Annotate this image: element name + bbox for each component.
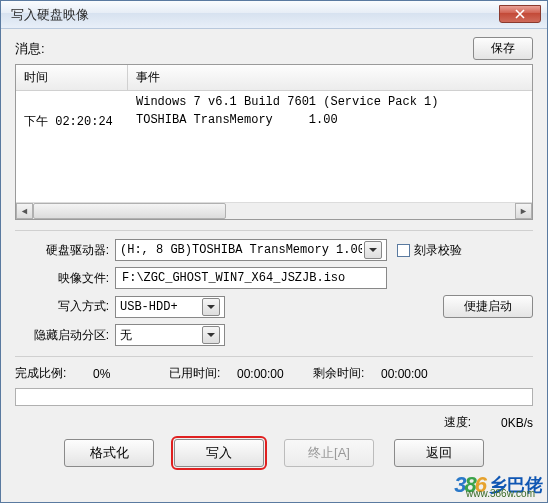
log-time: [16, 93, 128, 111]
speed-row: 速度: 0KB/s: [15, 414, 533, 431]
remain-label: 剩余时间:: [313, 365, 381, 382]
log-panel: 时间 事件 Windows 7 v6.1 Build 7601 (Service…: [15, 64, 533, 220]
write-button[interactable]: 写入: [174, 439, 264, 467]
message-label: 消息:: [15, 40, 473, 58]
log-row[interactable]: 下午 02:20:24 TOSHIBA TransMemory 1.00: [16, 111, 532, 132]
burn-verify-label: 刻录校验: [414, 242, 462, 259]
dialog-window: 写入硬盘映像 消息: 保存 时间 事件 Windows 7 v6.1 Build…: [0, 0, 548, 503]
drive-row: 硬盘驱动器: (H:, 8 GB)TOSHIBA TransMemory 1.0…: [15, 239, 533, 261]
done-value: 0%: [93, 367, 169, 381]
log-row[interactable]: Windows 7 v6.1 Build 7601 (Service Pack …: [16, 93, 532, 111]
hide-boot-row: 隐藏启动分区: 无: [15, 324, 533, 346]
burn-verify-checkbox[interactable]: 刻录校验: [397, 242, 462, 259]
chevron-down-icon[interactable]: [364, 241, 382, 259]
divider: [15, 230, 533, 231]
bottom-button-row: 格式化 写入 终止[A] 返回: [15, 439, 533, 467]
image-label: 映像文件:: [15, 270, 115, 287]
drive-label: 硬盘驱动器:: [15, 242, 115, 259]
log-header: 时间 事件: [16, 65, 532, 91]
write-mode-row: 写入方式: USB-HDD+ 便捷启动: [15, 295, 533, 318]
chevron-down-icon[interactable]: [202, 326, 220, 344]
back-button[interactable]: 返回: [394, 439, 484, 467]
window-title: 写入硬盘映像: [11, 6, 499, 24]
log-body: Windows 7 v6.1 Build 7601 (Service Pack …: [16, 91, 532, 202]
scroll-right-button[interactable]: ►: [515, 203, 532, 219]
write-mode-select[interactable]: USB-HDD+: [115, 296, 225, 318]
speed-value: 0KB/s: [501, 416, 533, 430]
scroll-thumb[interactable]: [33, 203, 226, 219]
elapsed-label: 已用时间:: [169, 365, 237, 382]
horizontal-scrollbar[interactable]: ◄ ►: [16, 202, 532, 219]
write-mode-value: USB-HDD+: [120, 300, 200, 314]
progress-info-row: 完成比例: 0% 已用时间: 00:00:00 剩余时间: 00:00:00: [15, 365, 533, 382]
write-mode-label: 写入方式:: [15, 298, 115, 315]
hide-boot-select[interactable]: 无: [115, 324, 225, 346]
content-area: 消息: 保存 时间 事件 Windows 7 v6.1 Build 7601 (…: [1, 29, 547, 477]
done-label: 完成比例:: [15, 365, 93, 382]
elapsed-value: 00:00:00: [237, 367, 313, 381]
divider: [15, 356, 533, 357]
hide-boot-value: 无: [120, 327, 200, 344]
message-row: 消息: 保存: [15, 37, 533, 60]
log-event: TOSHIBA TransMemory 1.00: [128, 111, 532, 132]
col-header-time[interactable]: 时间: [16, 65, 128, 90]
log-event: Windows 7 v6.1 Build 7601 (Service Pack …: [128, 93, 532, 111]
abort-button[interactable]: 终止[A]: [284, 439, 374, 467]
window-buttons: [499, 6, 541, 23]
watermark-url: www.386w.com: [466, 488, 535, 499]
drive-value: (H:, 8 GB)TOSHIBA TransMemory 1.00: [120, 243, 362, 257]
checkbox-icon: [397, 244, 410, 257]
titlebar: 写入硬盘映像: [1, 1, 547, 29]
format-button[interactable]: 格式化: [64, 439, 154, 467]
speed-label: 速度:: [444, 414, 471, 431]
remain-value: 00:00:00: [381, 367, 428, 381]
scroll-track[interactable]: [33, 203, 515, 219]
col-header-event[interactable]: 事件: [128, 65, 532, 90]
chevron-down-icon[interactable]: [202, 298, 220, 316]
progress-bar: [15, 388, 533, 406]
save-button[interactable]: 保存: [473, 37, 533, 60]
quick-boot-button[interactable]: 便捷启动: [443, 295, 533, 318]
image-path-input[interactable]: [115, 267, 387, 289]
scroll-left-button[interactable]: ◄: [16, 203, 33, 219]
drive-select[interactable]: (H:, 8 GB)TOSHIBA TransMemory 1.00: [115, 239, 387, 261]
hide-boot-label: 隐藏启动分区:: [15, 327, 115, 344]
close-button[interactable]: [499, 5, 541, 23]
log-time: 下午 02:20:24: [16, 111, 128, 132]
image-row: 映像文件:: [15, 267, 533, 289]
